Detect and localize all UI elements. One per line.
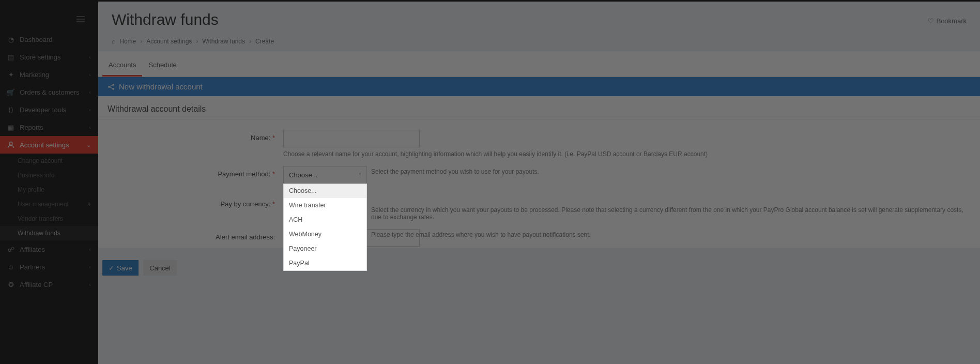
users-icon: ☺ [7, 263, 14, 270]
check-icon: ✓ [109, 264, 114, 272]
chevron-left-icon: ‹ [89, 124, 91, 130]
chevron-left-icon: ‹ [89, 246, 91, 252]
chevron-left-icon: ‹ [89, 89, 91, 95]
name-input[interactable] [283, 130, 420, 147]
option-payoneer[interactable]: Payoneer [284, 241, 366, 256]
sidebar-item-orders-customers[interactable]: 🛒Orders & customers‹ [0, 83, 98, 101]
svg-point-0 [9, 142, 12, 145]
chevron-down-icon: ⌄ [86, 142, 91, 148]
plus-icon: + [87, 201, 91, 208]
breadcrumb-account-settings[interactable]: Account settings [146, 38, 192, 45]
home-icon: ⌂ [112, 38, 115, 45]
svg-point-1 [108, 86, 110, 88]
section-title: Withdrawal account details [98, 96, 980, 119]
gauge-icon: ◔ [7, 36, 14, 43]
option-wire-transfer[interactable]: Wire transfer [284, 198, 366, 213]
alert-email-label: Alert email address: [108, 229, 283, 241]
payment-method-select[interactable]: Choose... ˄ [283, 166, 367, 184]
badge-icon: ✪ [7, 281, 14, 288]
user-icon [7, 141, 14, 148]
chevron-left-icon: ‹ [89, 264, 91, 270]
chevron-left-icon: ‹ [89, 107, 91, 113]
link-icon: ☍ [7, 246, 14, 253]
sidebar-sub-withdraw-funds[interactable]: Withdraw funds [0, 226, 98, 240]
save-button[interactable]: ✓ Save [102, 260, 139, 276]
payment-method-label: Payment method: * [108, 166, 283, 178]
currency-help: Select the currency in which you want yo… [371, 206, 971, 221]
name-label: Name: * [108, 130, 283, 142]
sidebar-item-developer-tools[interactable]: ⟨⟩Developer tools‹ [0, 101, 98, 118]
breadcrumb-create: Create [255, 38, 274, 45]
payment-method-help: Select the payment method you wish to us… [371, 168, 971, 175]
name-help: Choose a relevant name for your account,… [283, 150, 971, 158]
heart-icon: ♡ [928, 17, 934, 25]
alert-email-help: Please type the email address where you … [371, 231, 971, 238]
svg-point-2 [112, 84, 114, 86]
chevron-left-icon: ‹ [89, 71, 91, 78]
tab-accounts[interactable]: Accounts [102, 54, 142, 77]
sidebar-sub-user-management[interactable]: User management+ [0, 197, 98, 211]
report-icon: ▦ [7, 124, 14, 131]
panel-header: New withdrawal account [98, 77, 980, 96]
tabs: Accounts Schedule [98, 51, 980, 77]
main-area: Withdraw funds ♡ Bookmark ⌂ Home › Accou… [98, 2, 980, 364]
cart-icon: 🛒 [7, 88, 14, 96]
option-choose[interactable]: Choose... [284, 184, 366, 198]
sidebar-item-affiliate-cp[interactable]: ✪Affiliate CP‹ [0, 276, 98, 293]
share-icon [108, 83, 115, 90]
chevron-up-icon: ˄ [359, 172, 361, 178]
sidebar-sub-change-account[interactable]: Change account [0, 154, 98, 168]
currency-label: Pay by currency: * [108, 196, 283, 208]
chevron-left-icon: ‹ [89, 54, 91, 60]
bookmark-link[interactable]: ♡ Bookmark [928, 17, 967, 25]
breadcrumb: ⌂ Home › Account settings › Withdraw fun… [112, 38, 967, 51]
sidebar-sub-my-profile[interactable]: My profile [0, 183, 98, 197]
page-title: Withdraw funds [112, 11, 967, 28]
megaphone-icon: ✦ [7, 71, 14, 78]
store-icon: ▤ [7, 53, 14, 60]
sidebar-sub-vendor-transfers[interactable]: Vendor transfers [0, 211, 98, 226]
chevron-left-icon: ‹ [89, 281, 91, 287]
breadcrumb-withdraw-funds[interactable]: Withdraw funds [202, 38, 245, 45]
sidebar-item-marketing[interactable]: ✦Marketing‹ [0, 66, 98, 83]
payment-method-dropdown: Choose... Wire transfer ACH WebMoney Pay… [283, 184, 367, 271]
sidebar-item-store-settings[interactable]: ▤Store settings‹ [0, 48, 98, 66]
option-ach[interactable]: ACH [284, 213, 366, 227]
sidebar-item-account-settings[interactable]: Account settings⌄ [0, 136, 98, 154]
sidebar-item-affiliates[interactable]: ☍Affiliates‹ [0, 240, 98, 258]
sidebar-item-dashboard[interactable]: ◔Dashboard [0, 31, 98, 48]
sidebar-toggle-icon[interactable] [74, 13, 87, 25]
code-icon: ⟨⟩ [7, 106, 14, 113]
option-webmoney[interactable]: WebMoney [284, 227, 366, 241]
tab-schedule[interactable]: Schedule [142, 54, 182, 77]
sidebar-sub-business-info[interactable]: Business info [0, 168, 98, 183]
sidebar-item-reports[interactable]: ▦Reports‹ [0, 118, 98, 136]
sidebar: ◔Dashboard ▤Store settings‹ ✦Marketing‹ … [0, 2, 98, 364]
breadcrumb-home[interactable]: Home [119, 38, 136, 45]
svg-point-3 [112, 88, 114, 90]
sidebar-item-partners[interactable]: ☺Partners‹ [0, 258, 98, 276]
cancel-button[interactable]: Cancel [143, 260, 176, 276]
option-paypal[interactable]: PayPal [284, 256, 366, 270]
